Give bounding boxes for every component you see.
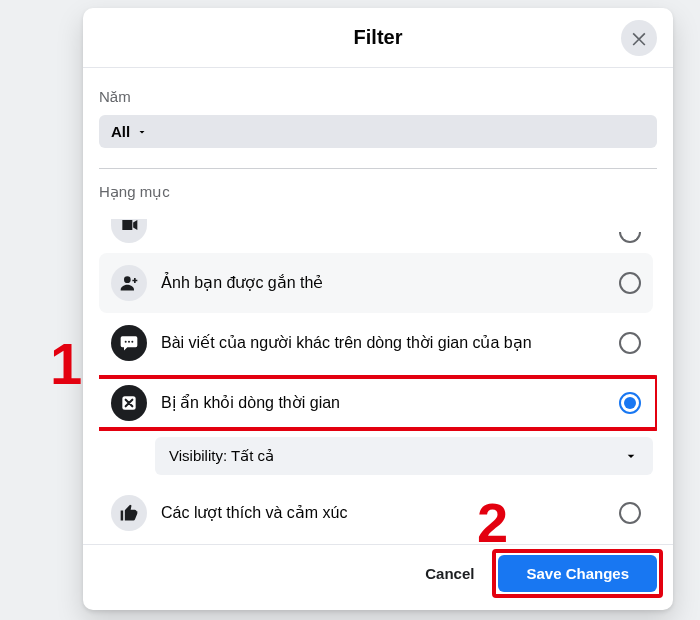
svg-point-3 bbox=[131, 341, 133, 343]
highlighted-item-wrap: Bị ẩn khỏi dòng thời gian bbox=[99, 373, 653, 433]
save-button-wrap: Save Changes bbox=[498, 555, 657, 592]
svg-point-1 bbox=[125, 341, 127, 343]
visibility-dropdown[interactable]: Visibility: Tất cả bbox=[155, 437, 653, 475]
radio-button[interactable] bbox=[619, 392, 641, 414]
category-list-area: Ảnh và video Ảnh bạn được gắn thẻ Bài vi… bbox=[99, 215, 657, 535]
save-button[interactable]: Save Changes bbox=[498, 555, 657, 592]
category-label: Hạng mục bbox=[99, 183, 657, 201]
thumb-icon bbox=[111, 495, 147, 531]
year-label: Năm bbox=[99, 88, 657, 105]
year-dropdown[interactable]: All bbox=[99, 115, 657, 148]
radio-cutoff bbox=[619, 232, 641, 243]
dialog-title: Filter bbox=[354, 26, 403, 49]
filter-dialog: Filter Năm All Hạng mục Ảnh và video bbox=[83, 8, 673, 610]
annotation-number-1: 1 bbox=[50, 330, 82, 397]
dialog-body: Năm All Hạng mục Ảnh và video bbox=[83, 68, 673, 544]
dialog-header: Filter bbox=[83, 8, 673, 68]
list-item-label: Bị ẩn khỏi dòng thời gian bbox=[161, 392, 605, 414]
dialog-footer: Cancel Save Changes bbox=[83, 544, 673, 610]
divider bbox=[99, 168, 657, 169]
category-list[interactable]: Ảnh và video Ảnh bạn được gắn thẻ Bài vi… bbox=[99, 215, 657, 535]
person-icon bbox=[111, 265, 147, 301]
video-icon bbox=[111, 219, 147, 243]
caret-down-icon bbox=[136, 126, 148, 138]
list-item-label: Ảnh bạn được gắn thẻ bbox=[161, 272, 605, 294]
visibility-label: Visibility: Tất cả bbox=[169, 447, 274, 465]
cancel-button[interactable]: Cancel bbox=[409, 555, 490, 592]
list-item-label: Các lượt thích và cảm xúc bbox=[161, 502, 605, 524]
radio-button[interactable] bbox=[619, 502, 641, 524]
svg-point-2 bbox=[128, 341, 130, 343]
speech-icon bbox=[111, 325, 147, 361]
year-selected: All bbox=[111, 123, 130, 140]
list-item[interactable]: Các lượt thích và cảm xúc bbox=[99, 483, 653, 535]
close-icon bbox=[629, 28, 649, 48]
radio-button[interactable] bbox=[619, 272, 641, 294]
list-item[interactable]: Ảnh bạn được gắn thẻ bbox=[99, 253, 653, 313]
x-square-icon bbox=[111, 385, 147, 421]
list-item[interactable]: Bài viết của người khác trên dòng thời g… bbox=[99, 313, 653, 373]
caret-down-icon bbox=[623, 448, 639, 464]
close-button[interactable] bbox=[621, 20, 657, 56]
radio-button[interactable] bbox=[619, 332, 641, 354]
list-item-label: Bài viết của người khác trên dòng thời g… bbox=[161, 332, 605, 354]
list-item[interactable]: Bị ẩn khỏi dòng thời gian bbox=[99, 373, 653, 433]
svg-point-0 bbox=[124, 276, 131, 283]
list-item[interactable]: Ảnh và video bbox=[99, 215, 653, 253]
